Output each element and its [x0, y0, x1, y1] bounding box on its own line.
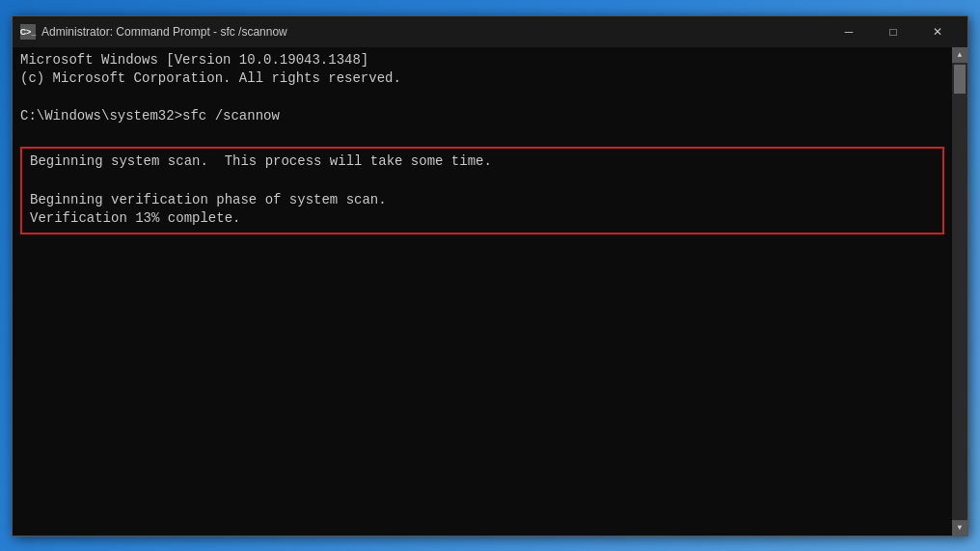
scrollbar-thumb[interactable]: [954, 65, 966, 94]
scrollbar-track: [952, 63, 967, 520]
window-controls: ─ □ ✕: [827, 16, 960, 47]
terminal-line-1: Microsoft Windows [Version 10.0.19043.13…: [20, 51, 944, 70]
terminal-content: Microsoft Windows [Version 10.0.19043.13…: [20, 51, 960, 234]
terminal-blank-1: [20, 89, 944, 108]
titlebar: C>_ Administrator: Command Prompt - sfc …: [13, 16, 967, 47]
terminal-highlight-line-2: Beginning verification phase of system s…: [30, 191, 935, 210]
scroll-up-button[interactable]: ▲: [952, 47, 967, 63]
minimize-button[interactable]: ─: [827, 16, 871, 47]
terminal-blank-3: [30, 172, 935, 191]
terminal-highlight-line-1: Beginning system scan. This process will…: [30, 152, 935, 172]
terminal-highlight-line-3: Verification 13% complete.: [30, 209, 935, 229]
command-prompt-window: C>_ Administrator: Command Prompt - sfc …: [12, 15, 968, 537]
terminal-line-2: (c) Microsoft Corporation. All rights re…: [20, 69, 944, 89]
terminal-blank-2: [20, 126, 944, 146]
scroll-down-button[interactable]: ▼: [952, 520, 967, 536]
window-title: Administrator: Command Prompt - sfc /sca…: [41, 25, 827, 39]
highlighted-output-box: Beginning system scan. This process will…: [20, 147, 944, 234]
maximize-button[interactable]: □: [871, 16, 915, 47]
terminal-line-3: C:\Windows\system32>sfc /scannow: [20, 107, 944, 126]
terminal-body: Microsoft Windows [Version 10.0.19043.13…: [13, 47, 967, 536]
vertical-scrollbar[interactable]: ▲ ▼: [952, 47, 967, 536]
close-button[interactable]: ✕: [915, 16, 960, 47]
app-icon: C>_: [20, 24, 36, 40]
